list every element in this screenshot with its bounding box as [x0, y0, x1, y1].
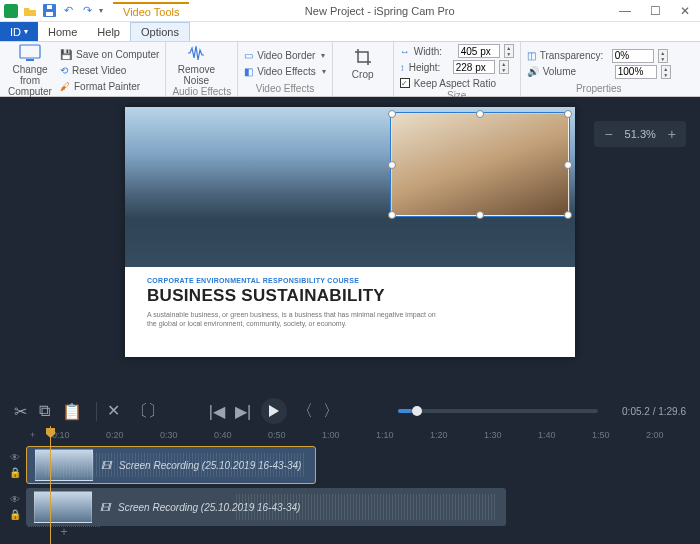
remove-noise-button[interactable]: Remove Noise: [172, 44, 220, 86]
play-button[interactable]: [261, 398, 287, 424]
video-clip-icon: 🎞: [100, 502, 110, 513]
tab-help[interactable]: Help: [87, 22, 130, 41]
width-input[interactable]: [458, 44, 500, 58]
handle-n[interactable]: [476, 110, 484, 118]
next-frame-icon[interactable]: ▶|: [235, 402, 251, 421]
paste-icon[interactable]: 📋: [62, 402, 82, 421]
save-on-computer-button[interactable]: 💾Save on Computer: [60, 48, 159, 62]
change-from-computer-button[interactable]: Change from Computer: [6, 44, 54, 97]
slide-text-block: CORPORATE ENVIRONMENTAL RESPONSIBILITY C…: [125, 267, 575, 338]
height-input[interactable]: [453, 60, 495, 74]
handle-w[interactable]: [388, 161, 396, 169]
ribbon-group-audio: Remove Noise Audio Effects: [166, 42, 238, 96]
handle-sw[interactable]: [388, 211, 396, 219]
keep-aspect-row[interactable]: ✓ Keep Aspect Ratio: [400, 76, 514, 90]
back-icon[interactable]: 〈: [297, 401, 313, 422]
slide-title: BUSINESS SUSTAINABILITY: [147, 286, 553, 306]
file-tab[interactable]: ID: [0, 22, 38, 41]
track-1: 👁 🔒 🎞 Screen Recording (25.10.2019 16-43…: [0, 444, 700, 486]
cut-icon[interactable]: ✂: [14, 402, 27, 421]
track-visibility-icon[interactable]: 👁: [10, 452, 20, 463]
slide-desc: A sustainable business, or green busines…: [147, 310, 447, 328]
noise-icon: [185, 44, 207, 62]
video-border-button[interactable]: ▭Video Border: [244, 49, 326, 63]
redo-icon[interactable]: ↷: [80, 4, 94, 18]
format-painter-button[interactable]: 🖌Format Painter: [60, 80, 159, 94]
add-track-button[interactable]: +: [0, 528, 700, 544]
open-icon[interactable]: [23, 4, 37, 18]
ribbon-tabs: ID Home Help Options: [0, 22, 700, 42]
svg-rect-3: [47, 5, 52, 9]
crop-icon: [353, 47, 373, 67]
webcam-overlay[interactable]: [391, 113, 569, 216]
trim-tool-group: ✕ 〔〕: [107, 401, 164, 422]
handle-se[interactable]: [564, 211, 572, 219]
track-lock-icon[interactable]: 🔒: [9, 509, 21, 520]
forward-icon[interactable]: 〉: [323, 401, 339, 422]
height-spinner[interactable]: ▲▼: [499, 60, 509, 74]
svg-rect-4: [20, 45, 40, 58]
app-icon: [4, 4, 18, 18]
volume-spinner[interactable]: ▲▼: [661, 65, 671, 79]
clip-2-wave: [236, 494, 496, 520]
track-lock-icon[interactable]: 🔒: [9, 467, 21, 478]
width-spinner[interactable]: ▲▼: [504, 44, 514, 58]
copy-icon[interactable]: ⧉: [39, 402, 50, 421]
crop-button[interactable]: Crop: [339, 47, 387, 80]
save-icon[interactable]: [42, 4, 56, 18]
transparency-row: ◫ Transparency: ▲▼: [527, 49, 671, 63]
handle-e[interactable]: [564, 161, 572, 169]
transport-bar: ✂ ⧉ 📋 ✕ 〔〕 |◀ ▶| 〈 〉 0:05.2 / 1:29.6: [0, 396, 700, 426]
reset-icon: ⟲: [60, 65, 68, 76]
prev-frame-icon[interactable]: |◀: [209, 402, 225, 421]
transparency-input[interactable]: [612, 49, 654, 63]
track-1-controls: 👁 🔒: [4, 452, 26, 478]
ribbon-group-veffects-label: Video Effects: [244, 83, 326, 96]
video-effects-button[interactable]: ◧Video Effects: [244, 65, 326, 79]
seek-head[interactable]: [412, 406, 422, 416]
slide-hero-image: [125, 107, 575, 267]
timeline: + 0:10 0:20 0:30 0:40 0:50 1:00 1:10 1:2…: [0, 426, 700, 544]
slide: CORPORATE ENVIRONMENTAL RESPONSIBILITY C…: [125, 107, 575, 357]
width-icon: ↔: [400, 46, 410, 57]
maximize-button[interactable]: ☐: [640, 1, 670, 21]
clip-1[interactable]: 🎞 Screen Recording (25.10.2019 16-43-34): [26, 446, 316, 484]
playhead[interactable]: [50, 426, 51, 544]
track-2-controls: 👁 🔒: [4, 494, 26, 520]
tab-home[interactable]: Home: [38, 22, 87, 41]
split-icon[interactable]: 〔〕: [132, 401, 164, 422]
transparency-spinner[interactable]: ▲▼: [658, 49, 668, 63]
height-row: ↕ Height: ▲▼: [400, 60, 514, 74]
track-visibility-icon[interactable]: 👁: [10, 494, 20, 505]
zoom-out-button[interactable]: −: [604, 126, 612, 142]
minimize-button[interactable]: —: [610, 1, 640, 21]
window-title: New Project - iSpring Cam Pro: [189, 5, 610, 17]
qat-dropdown-icon[interactable]: ▾: [99, 6, 103, 15]
context-tab-label: Video Tools: [113, 2, 189, 20]
timeline-ruler[interactable]: + 0:10 0:20 0:30 0:40 0:50 1:00 1:10 1:2…: [0, 426, 700, 444]
svg-rect-5: [26, 59, 34, 61]
volume-input[interactable]: [615, 65, 657, 79]
handle-nw[interactable]: [388, 110, 396, 118]
handle-s[interactable]: [476, 211, 484, 219]
monitor-icon: [19, 44, 41, 62]
close-button[interactable]: ✕: [670, 1, 700, 21]
ribbon-group-size: ↔ Width: ▲▼ ↕ Height: ▲▼ ✓ Keep Aspect R…: [394, 42, 521, 96]
quick-access-toolbar: ↶ ↷ ▾: [0, 4, 107, 18]
ribbon-group-properties: ◫ Transparency: ▲▼ 🔊 Volume ▲▼ Propertie…: [521, 42, 677, 96]
seek-slider[interactable]: [398, 409, 598, 413]
clip-2[interactable]: 🎞 Screen Recording (25.10.2019 16-43-34): [26, 488, 506, 526]
transparency-icon: ◫: [527, 50, 536, 61]
handle-ne[interactable]: [564, 110, 572, 118]
volume-icon: 🔊: [527, 66, 539, 77]
track-2: 👁 🔒 🎞 Screen Recording (25.10.2019 16-43…: [0, 486, 700, 528]
time-display: 0:05.2 / 1:29.6: [622, 406, 686, 417]
zoom-in-button[interactable]: +: [668, 126, 676, 142]
delete-icon[interactable]: ✕: [107, 401, 120, 422]
ribbon-group-crop: Crop: [333, 42, 394, 96]
reset-video-button[interactable]: ⟲Reset Video: [60, 64, 159, 78]
undo-icon[interactable]: ↶: [61, 4, 75, 18]
keep-aspect-checkbox[interactable]: ✓: [400, 78, 410, 88]
tab-options[interactable]: Options: [130, 22, 190, 41]
window-controls: — ☐ ✕: [610, 1, 700, 21]
